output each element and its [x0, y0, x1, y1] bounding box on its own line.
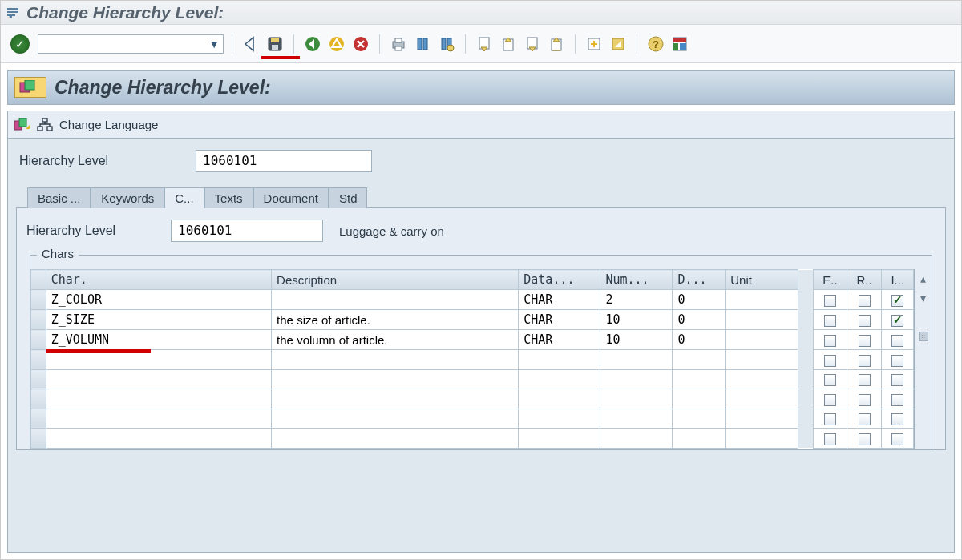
checkbox[interactable]: [859, 295, 871, 307]
tab-basic[interactable]: Basic ...: [27, 187, 91, 208]
checkbox[interactable]: [824, 335, 836, 347]
checkbox[interactable]: [824, 433, 836, 445]
table-row[interactable]: Z_VOLUMNthe volumn of article.CHAR100: [31, 330, 914, 350]
cancel-button[interactable]: [350, 34, 371, 54]
page-icon: [14, 77, 46, 98]
first-page-button[interactable]: [474, 34, 495, 54]
tab-keywords[interactable]: Keywords: [91, 187, 164, 208]
enter-button[interactable]: ✓: [10, 34, 30, 54]
shortcut-button[interactable]: [608, 34, 629, 54]
command-field[interactable]: ▼: [38, 34, 224, 54]
layout-button[interactable]: [669, 34, 690, 54]
checkbox[interactable]: [891, 394, 903, 406]
col-i[interactable]: I...: [882, 270, 914, 290]
checkbox[interactable]: [891, 433, 903, 445]
checkbox[interactable]: [891, 355, 903, 367]
save-button[interactable]: [265, 34, 285, 54]
scroll-handle-icon[interactable]: ::: [919, 332, 928, 341]
next-page-button[interactable]: [522, 34, 543, 54]
svg-rect-15: [395, 46, 402, 50]
hierarchy-icon[interactable]: [37, 118, 53, 132]
app-toolbar: Change Language: [7, 111, 955, 139]
menu-icon[interactable]: [7, 7, 20, 18]
table-row[interactable]: [31, 389, 914, 409]
hierarchy-label: Hierarchy Level: [19, 154, 196, 168]
checkbox[interactable]: [859, 374, 871, 386]
svg-rect-6: [271, 38, 279, 42]
panel-hierarchy-label: Hierarchy Level: [26, 224, 171, 238]
checkbox[interactable]: [824, 355, 836, 367]
chars-table[interactable]: Char. Description Data... Num... D... Un…: [30, 269, 914, 449]
checkbox[interactable]: [859, 315, 871, 327]
window-title: Change Hierarchy Level:: [26, 3, 224, 22]
checkbox[interactable]: [859, 394, 871, 406]
table-row[interactable]: Z_SIZEthe size of article.CHAR100: [31, 310, 914, 330]
checkbox[interactable]: [891, 374, 903, 386]
tab-std[interactable]: Std: [329, 187, 368, 208]
checkbox[interactable]: [824, 413, 836, 425]
panel-hierarchy-input[interactable]: 1060101: [171, 220, 323, 242]
print-button[interactable]: [388, 34, 409, 54]
checkbox[interactable]: [859, 335, 871, 347]
col-char[interactable]: Char.: [46, 270, 271, 290]
page-title: Change Hierarchy Level:: [55, 77, 271, 99]
back-button[interactable]: [240, 34, 261, 54]
svg-marker-4: [245, 38, 253, 50]
hierarchy-input[interactable]: 1060101: [196, 150, 372, 172]
col-desc[interactable]: Description: [272, 270, 519, 290]
tab-chars[interactable]: C...: [164, 187, 204, 208]
change-language-button[interactable]: Change Language: [59, 118, 158, 131]
svg-rect-17: [423, 38, 427, 50]
tab-texts[interactable]: Texts: [204, 187, 253, 208]
col-unit[interactable]: Unit: [726, 270, 798, 290]
last-page-button[interactable]: [546, 34, 567, 54]
prev-page-button[interactable]: [498, 34, 519, 54]
svg-text:?: ?: [653, 38, 659, 50]
tab-document[interactable]: Document: [253, 187, 329, 208]
new-session-button[interactable]: [584, 34, 604, 54]
col-num[interactable]: Num...: [600, 270, 673, 290]
checkbox[interactable]: [824, 315, 836, 327]
col-r[interactable]: R..: [847, 270, 882, 290]
app-window: Change Hierarchy Level: ✓ ▼: [0, 0, 962, 560]
titlebar: Change Hierarchy Level:: [1, 1, 961, 25]
svg-rect-40: [25, 80, 34, 90]
checkbox[interactable]: [824, 295, 836, 307]
svg-rect-37: [673, 43, 678, 50]
table-row[interactable]: [31, 409, 914, 429]
checkbox[interactable]: [824, 394, 836, 406]
svg-rect-38: [680, 43, 686, 50]
col-e[interactable]: E..: [814, 270, 847, 290]
checkbox[interactable]: [824, 374, 836, 386]
col-d[interactable]: D...: [673, 270, 726, 290]
svg-rect-7: [272, 45, 278, 50]
svg-point-20: [447, 45, 454, 51]
page-header: Change Hierarchy Level:: [7, 70, 955, 105]
help-button[interactable]: ?: [645, 34, 666, 54]
col-data[interactable]: Data...: [519, 270, 600, 290]
content-area: Hierarchy Level 1060101 Basic ... Keywor…: [7, 139, 955, 553]
table-scrollbar[interactable]: ▴ ▾ ::: [914, 269, 932, 449]
checkbox[interactable]: [891, 335, 903, 347]
checkbox[interactable]: [859, 413, 871, 425]
checkbox[interactable]: [859, 433, 871, 445]
svg-rect-36: [673, 38, 686, 42]
other-object-icon[interactable]: [14, 118, 30, 132]
svg-rect-0: [7, 8, 18, 10]
table-row[interactable]: [31, 429, 914, 449]
scroll-up-icon[interactable]: ▴: [918, 272, 929, 285]
scroll-down-icon[interactable]: ▾: [918, 292, 929, 304]
exit-button[interactable]: [326, 34, 347, 54]
find-next-button[interactable]: [436, 34, 457, 54]
table-row[interactable]: [31, 369, 914, 389]
checkbox[interactable]: [891, 413, 903, 425]
tab-panel: Hierarchy Level 1060101 Luggage & carry …: [16, 207, 946, 450]
back-round-button[interactable]: [302, 34, 323, 54]
find-button[interactable]: [412, 34, 433, 54]
checkbox[interactable]: [891, 315, 903, 327]
table-row[interactable]: [31, 350, 914, 370]
checkbox[interactable]: [891, 295, 903, 307]
checkbox[interactable]: [859, 355, 871, 367]
svg-rect-18: [442, 38, 446, 50]
table-row[interactable]: Z_COLORCHAR20: [31, 290, 914, 310]
